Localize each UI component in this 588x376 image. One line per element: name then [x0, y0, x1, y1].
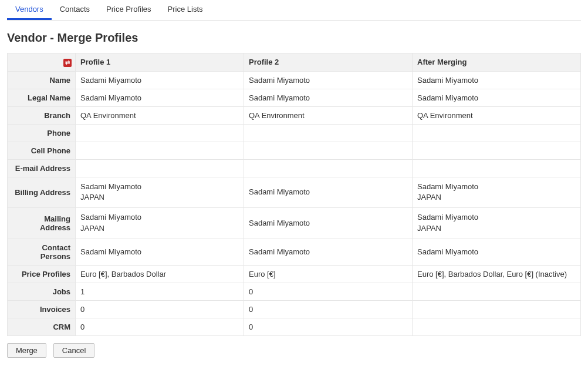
row-label: Name	[8, 71, 76, 89]
cancel-button[interactable]: Cancel	[53, 343, 94, 358]
nav-tabs: Vendors Contacts Price Profiles Price Li…	[7, 0, 581, 21]
cell-after: Sadami Miyamoto	[413, 71, 581, 89]
cell-after: Sadami Miyamoto	[413, 239, 581, 265]
cell-after: Euro [€], Barbados Dollar, Euro [€] (Ina…	[413, 265, 581, 283]
col-profile-1: Profile 1	[76, 53, 244, 72]
table-row: Invoices 0 0	[8, 300, 581, 318]
cell-profile2: 0	[244, 318, 413, 335]
cell-profile1	[76, 124, 244, 142]
tab-contacts[interactable]: Contacts	[52, 0, 98, 20]
row-label: Jobs	[8, 283, 76, 300]
table-row: Price Profiles Euro [€], Barbados Dollar…	[8, 265, 581, 283]
cell-profile2: Sadami Miyamoto	[244, 239, 413, 265]
table-row: Name Sadami Miyamoto Sadami Miyamoto Sad…	[8, 71, 581, 89]
cell-profile1: 0	[76, 300, 244, 318]
cell-after	[413, 283, 581, 300]
cell-profile2: Sadami Miyamoto	[244, 89, 413, 106]
cell-after: Sadami MiyamotoJAPAN	[413, 208, 581, 239]
row-label: Price Profiles	[8, 265, 76, 283]
row-label: Mailing Address	[8, 208, 76, 239]
col-profile-2: Profile 2	[244, 53, 413, 72]
row-label: Legal Name	[8, 89, 76, 106]
tab-price-profiles[interactable]: Price Profiles	[98, 0, 160, 20]
cell-profile1: Sadami Miyamoto	[76, 89, 244, 106]
cell-profile2: Sadami Miyamoto	[244, 177, 413, 208]
cell-profile1	[76, 159, 244, 177]
table-row: Branch QA Environment QA Environment QA …	[8, 106, 581, 124]
cell-after: Sadami MiyamotoJAPAN	[413, 177, 581, 208]
swap-icon[interactable]	[63, 59, 72, 67]
cell-after	[413, 318, 581, 335]
table-row: CRM 0 0	[8, 318, 581, 335]
cell-profile1: 1	[76, 283, 244, 300]
cell-after	[413, 300, 581, 318]
cell-profile2: QA Environment	[244, 106, 413, 124]
row-label: Billing Address	[8, 177, 76, 208]
cell-profile2: 0	[244, 300, 413, 318]
cell-profile2	[244, 159, 413, 177]
cell-after	[413, 159, 581, 177]
cell-profile1: 0	[76, 318, 244, 335]
merge-button[interactable]: Merge	[7, 343, 46, 358]
table-row: Cell Phone	[8, 142, 581, 159]
table-row: Jobs 1 0	[8, 283, 581, 300]
cell-profile1: Sadami MiyamotoJAPAN	[76, 177, 244, 208]
table-row: Legal Name Sadami Miyamoto Sadami Miyamo…	[8, 89, 581, 106]
cell-profile2	[244, 124, 413, 142]
table-row: Contact Persons Sadami Miyamoto Sadami M…	[8, 239, 581, 265]
merge-table: Profile 1 Profile 2 After Merging Name S…	[7, 53, 581, 336]
table-row: Billing Address Sadami MiyamotoJAPAN Sad…	[8, 177, 581, 208]
row-label: E-mail Address	[8, 159, 76, 177]
swap-profiles-cell	[8, 53, 76, 72]
row-label: Branch	[8, 106, 76, 124]
row-label: Cell Phone	[8, 142, 76, 159]
cell-profile1: Sadami MiyamotoJAPAN	[76, 208, 244, 239]
cell-after: Sadami Miyamoto	[413, 89, 581, 106]
tab-price-lists[interactable]: Price Lists	[160, 0, 211, 20]
cell-profile2	[244, 142, 413, 159]
table-row: Mailing Address Sadami MiyamotoJAPAN Sad…	[8, 208, 581, 239]
cell-profile2: Sadami Miyamoto	[244, 71, 413, 89]
tab-vendors[interactable]: Vendors	[7, 0, 52, 20]
cell-profile1: Sadami Miyamoto	[76, 239, 244, 265]
cell-after: QA Environment	[413, 106, 581, 124]
cell-profile2: 0	[244, 283, 413, 300]
table-row: E-mail Address	[8, 159, 581, 177]
table-row: Phone	[8, 124, 581, 142]
cell-profile2: Euro [€]	[244, 265, 413, 283]
cell-profile2: Sadami Miyamoto	[244, 208, 413, 239]
cell-profile1: Sadami Miyamoto	[76, 71, 244, 89]
cell-after	[413, 124, 581, 142]
action-bar: Merge Cancel	[7, 343, 581, 358]
cell-profile1: Euro [€], Barbados Dollar	[76, 265, 244, 283]
row-label: Contact Persons	[8, 239, 76, 265]
row-label: CRM	[8, 318, 76, 335]
cell-profile1: QA Environment	[76, 106, 244, 124]
cell-profile1	[76, 142, 244, 159]
col-after-merging: After Merging	[413, 53, 581, 72]
row-label: Invoices	[8, 300, 76, 318]
page-title: Vendor - Merge Profiles	[7, 31, 581, 45]
cell-after	[413, 142, 581, 159]
row-label: Phone	[8, 124, 76, 142]
